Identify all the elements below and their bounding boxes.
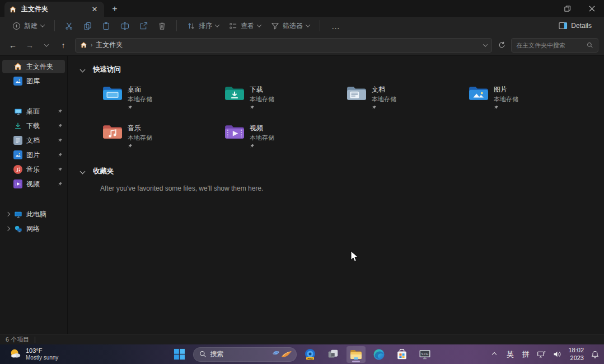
cut-button[interactable] bbox=[60, 20, 78, 32]
sidebar-item-music[interactable]: 音乐 bbox=[2, 163, 65, 176]
sidebar-item-gallery[interactable]: 图库 bbox=[2, 74, 65, 88]
pin-icon bbox=[58, 138, 63, 143]
file-explorer-window: 主文件夹 ✕ + 新建 bbox=[0, 0, 604, 364]
folder-name: 图片 bbox=[494, 85, 518, 94]
weather-temp: 103°F bbox=[26, 347, 58, 354]
folder-tile-videos[interactable]: 视频 本地存储 bbox=[222, 121, 344, 151]
sort-icon bbox=[187, 22, 195, 30]
sidebar-item-downloads[interactable]: 下载 bbox=[2, 119, 65, 133]
taskbar-app-snipping[interactable] bbox=[324, 346, 343, 363]
filter-icon bbox=[271, 22, 279, 30]
taskbar-app-remote-desktop[interactable]: S×G bbox=[415, 346, 434, 363]
ime-language-pinyin[interactable]: 拼 bbox=[519, 347, 532, 362]
title-bar: 主文件夹 ✕ + bbox=[0, 0, 604, 17]
share-button[interactable] bbox=[135, 20, 152, 32]
search-highlight-doodle-icon bbox=[271, 349, 293, 360]
view-button-label: 查看 bbox=[241, 21, 254, 31]
clock[interactable]: 18:02 2023 bbox=[566, 347, 586, 361]
forward-button[interactable]: → bbox=[22, 38, 37, 53]
refresh-button[interactable] bbox=[494, 38, 509, 53]
gallery-icon bbox=[13, 77, 22, 86]
favorites-section-header[interactable]: 收藏夹 bbox=[79, 166, 604, 177]
notification-center-button[interactable] bbox=[588, 347, 602, 362]
network-tray-button[interactable] bbox=[535, 347, 548, 362]
refresh-icon bbox=[498, 41, 505, 49]
taskbar-search-box[interactable]: 搜索 bbox=[193, 347, 297, 362]
sort-button[interactable]: 排序 bbox=[182, 19, 223, 33]
search-input[interactable] bbox=[516, 42, 583, 49]
rename-button[interactable] bbox=[116, 20, 134, 32]
sidebar-item-desktop[interactable]: 桌面 bbox=[2, 105, 65, 118]
rename-icon bbox=[120, 22, 129, 30]
new-button[interactable]: 新建 bbox=[8, 19, 49, 33]
speaker-icon bbox=[553, 349, 562, 359]
close-window-button[interactable] bbox=[579, 0, 604, 17]
see-more-button[interactable]: … bbox=[326, 20, 347, 32]
tray-date: 2023 bbox=[570, 354, 584, 362]
volume-tray-button[interactable] bbox=[550, 347, 564, 362]
folder-tile-downloads[interactable]: 下载 本地存储 bbox=[222, 83, 344, 112]
folder-subtitle: 本地存储 bbox=[250, 134, 274, 142]
sidebar-item-home[interactable]: 主文件夹 bbox=[2, 60, 65, 73]
status-bar: 6 个项目 bbox=[0, 334, 604, 344]
taskbar-app-microsoft-store[interactable] bbox=[392, 346, 411, 363]
sidebar-item-pictures[interactable]: 图片 bbox=[2, 148, 65, 162]
sidebar-item-this-pc[interactable]: 此电脑 bbox=[2, 207, 65, 221]
command-bar: 新建 排序 查看 bbox=[0, 17, 604, 35]
details-pane-label: Details bbox=[571, 22, 592, 30]
hidden-icons-button[interactable] bbox=[488, 347, 501, 362]
windows-logo-icon bbox=[174, 348, 185, 360]
address-dropdown-icon[interactable] bbox=[483, 42, 488, 46]
folder-subtitle: 本地存储 bbox=[494, 95, 518, 103]
back-button[interactable]: ← bbox=[6, 38, 20, 53]
folder-tile-pictures[interactable]: 图片 本地存储 bbox=[466, 83, 588, 112]
taskbar-app-file-explorer[interactable] bbox=[347, 346, 366, 363]
videos-icon bbox=[13, 179, 22, 188]
chevron-down-icon bbox=[215, 22, 219, 27]
details-pane-button[interactable]: Details bbox=[554, 20, 596, 32]
chevron-down-icon[interactable] bbox=[80, 67, 86, 72]
chevron-right-icon[interactable] bbox=[6, 212, 10, 216]
recent-locations-button[interactable] bbox=[39, 38, 54, 53]
ime-language-english[interactable]: 英 bbox=[503, 347, 517, 362]
taskbar-search-placeholder: 搜索 bbox=[210, 349, 268, 359]
search-icon bbox=[199, 351, 207, 358]
pin-icon bbox=[58, 182, 63, 187]
cut-icon bbox=[65, 22, 73, 30]
home-icon bbox=[13, 62, 22, 71]
chevron-right-icon[interactable] bbox=[6, 226, 10, 231]
weather-widget[interactable]: 103°F Mostly sunny bbox=[4, 346, 63, 362]
up-button[interactable]: ↑ bbox=[56, 38, 71, 53]
copy-button[interactable] bbox=[79, 20, 96, 32]
section-title: 快速访问 bbox=[93, 65, 121, 74]
breadcrumb[interactable]: 主文件夹 bbox=[96, 40, 123, 50]
browser-pro-app-icon: PRO bbox=[303, 348, 317, 361]
new-tab-button[interactable]: + bbox=[107, 2, 122, 16]
filter-button[interactable]: 筛选器 bbox=[266, 19, 314, 33]
sidebar-item-videos[interactable]: 视频 bbox=[2, 177, 65, 191]
folder-tile-documents[interactable]: 文档 本地存储 bbox=[344, 83, 466, 112]
taskbar-app-browser-pro[interactable]: PRO bbox=[301, 346, 320, 363]
taskbar-app-edge[interactable] bbox=[369, 346, 388, 363]
search-box[interactable] bbox=[511, 38, 598, 53]
start-button[interactable] bbox=[170, 346, 189, 363]
sidebar-item-network[interactable]: 网络 bbox=[2, 222, 65, 235]
tab-close-icon[interactable]: ✕ bbox=[90, 4, 100, 15]
folder-tile-music[interactable]: 音乐 本地存储 bbox=[100, 121, 222, 151]
sidebar-item-label: 此电脑 bbox=[26, 210, 63, 219]
restore-window-button[interactable] bbox=[555, 0, 579, 17]
sidebar-item-label: 网络 bbox=[26, 224, 63, 234]
sort-button-label: 排序 bbox=[199, 21, 212, 31]
home-icon bbox=[9, 6, 17, 13]
tab-home-folder[interactable]: 主文件夹 ✕ bbox=[4, 2, 104, 17]
chevron-down-icon[interactable] bbox=[80, 168, 86, 174]
paste-button[interactable] bbox=[97, 20, 115, 32]
delete-button[interactable] bbox=[153, 20, 171, 32]
sidebar-item-documents[interactable]: 文档 bbox=[2, 134, 65, 147]
address-bar[interactable]: › 主文件夹 bbox=[75, 38, 492, 53]
quick-access-section-header[interactable]: 快速访问 bbox=[79, 64, 604, 75]
view-button[interactable]: 查看 bbox=[224, 19, 265, 33]
network-icon bbox=[13, 224, 22, 233]
folder-tile-desktop[interactable]: 桌面 本地存储 bbox=[100, 83, 222, 112]
remote-desktop-app-icon: S×G bbox=[418, 348, 432, 361]
